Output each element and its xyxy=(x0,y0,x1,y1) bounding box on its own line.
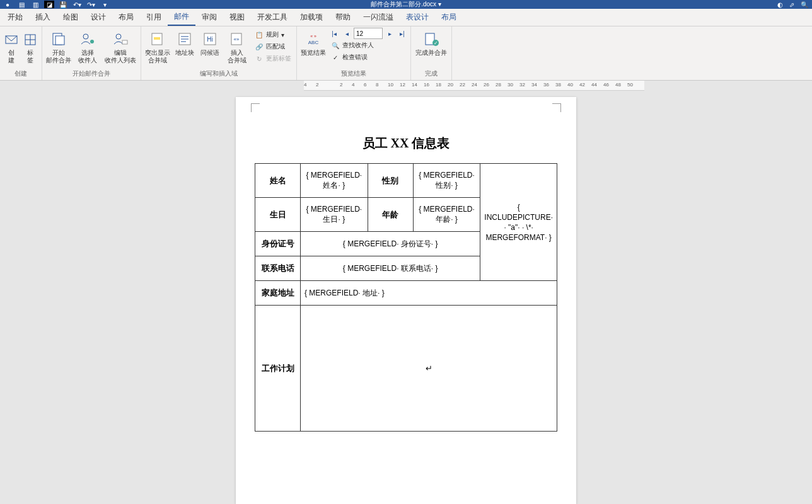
tab-layout[interactable]: 布局 xyxy=(112,9,140,26)
ruler-tick: 36 xyxy=(543,82,549,88)
tab-addins[interactable]: 加载项 xyxy=(294,9,329,26)
match-fields-button[interactable]: 🔗匹配域 xyxy=(252,41,294,52)
ruler-tick: 28 xyxy=(496,82,501,88)
tab-custom[interactable]: 一闪流溢 xyxy=(357,9,400,26)
ruler-tick: 16 xyxy=(424,82,429,88)
edit-recipients-button[interactable]: 编辑收件人列表 xyxy=(103,28,138,64)
tab-developer[interactable]: 开发工具 xyxy=(251,9,294,26)
ruler-tick: 24 xyxy=(472,82,477,88)
ruler-tick: 40 xyxy=(567,82,573,88)
svg-text:Hi: Hi xyxy=(207,36,212,43)
ruler-tick: 32 xyxy=(519,82,525,88)
ruler-tick: 50 xyxy=(627,82,633,88)
window-controls: ◐ ⬀ 🔍 xyxy=(777,1,808,8)
ruler-tick: 46 xyxy=(603,82,609,88)
check-errors-button[interactable]: ✓检查错误 xyxy=(328,52,408,63)
document-title[interactable]: 邮件合并第二部分.docx ▾ xyxy=(371,0,441,9)
record-number-input[interactable] xyxy=(354,28,383,39)
horizontal-ruler[interactable]: 4224681012141618202224262830323436384042… xyxy=(304,81,644,91)
ruler-tick: 10 xyxy=(388,82,393,88)
redo-icon[interactable]: ↷▾ xyxy=(86,1,96,8)
search-icon[interactable]: 🔍 xyxy=(801,1,808,8)
svg-point-7 xyxy=(90,40,94,43)
select-recipients-button[interactable]: 选择收件人 xyxy=(74,28,102,64)
ribbon-options-icon[interactable]: ⬀ xyxy=(789,1,794,8)
qat-icon[interactable]: ◪ xyxy=(44,1,54,8)
svg-rect-9 xyxy=(122,40,127,44)
ruler-tick: 30 xyxy=(508,82,513,88)
undo-icon[interactable]: ↶▾ xyxy=(72,1,82,8)
tab-help[interactable]: 帮助 xyxy=(329,9,357,26)
ruler-tick: 18 xyxy=(436,82,441,88)
svg-rect-11 xyxy=(154,37,160,40)
labels-button[interactable]: 标签 xyxy=(21,28,39,64)
next-record-button[interactable]: ▸ xyxy=(384,28,395,39)
qat-more-icon[interactable]: ▾ xyxy=(100,1,110,8)
greeting-line-button[interactable]: Hi 问候语 xyxy=(198,28,222,57)
tab-review[interactable]: 审阅 xyxy=(195,9,223,26)
prev-record-button[interactable]: ◂ xyxy=(341,28,352,39)
tab-view[interactable]: 视图 xyxy=(223,9,251,26)
svg-point-6 xyxy=(83,34,88,39)
title-bar: ● ▤ ▥ ◪ 💾 ↶▾ ↷▾ ▾ 邮件合并第二部分.docx ▾ ◐ ⬀ 🔍 xyxy=(0,0,812,9)
ruler-tick: 2 xyxy=(316,82,318,88)
first-record-button[interactable]: |◂ xyxy=(328,28,340,39)
ribbon-tabs: 开始 插入 绘图 设计 布局 引用 邮件 审阅 视图 开发工具 加载项 帮助 一… xyxy=(0,9,812,26)
ruler-tick: 12 xyxy=(400,82,405,88)
find-recipient-button[interactable]: 🔍查找收件人 xyxy=(328,40,408,51)
autosave-toggle[interactable]: ● xyxy=(3,1,13,8)
ruler-tick: 4 xyxy=(352,82,354,88)
group-create: 创建 标签 创建 xyxy=(0,26,42,80)
ruler-tick: 34 xyxy=(531,82,537,88)
update-labels-button[interactable]: ↻更新标签 xyxy=(252,53,294,64)
qat-icon[interactable]: ▤ xyxy=(16,1,26,8)
tab-design[interactable]: 设计 xyxy=(84,9,112,26)
start-merge-button[interactable]: 开始邮件合并 xyxy=(45,28,72,64)
svg-point-8 xyxy=(116,34,121,39)
ruler-tick: 44 xyxy=(591,82,597,88)
finish-merge-button[interactable]: ✓ 完成并合并 xyxy=(414,28,449,57)
insert-field-button[interactable]: «» 插入合并域 xyxy=(223,28,251,64)
save-icon[interactable]: 💾 xyxy=(58,1,68,8)
group-preview: « »ABC 预览结果 |◂ ◂ ▸ ▸| 🔍查找收件人 ✓检查错误 预览结果 xyxy=(297,26,411,80)
quick-access-toolbar: ● ▤ ▥ ◪ 💾 ↶▾ ↷▾ ▾ xyxy=(0,1,110,8)
ruler-tick: 26 xyxy=(484,82,489,88)
user-icon[interactable]: ◐ xyxy=(777,1,783,8)
tab-tablelayout[interactable]: 布局 xyxy=(435,9,463,26)
tab-draw[interactable]: 绘图 xyxy=(57,9,84,26)
qat-icon[interactable]: ▥ xyxy=(30,1,40,8)
tab-insert[interactable]: 插入 xyxy=(29,9,57,26)
preview-results-button[interactable]: « »ABC 预览结果 xyxy=(299,28,327,57)
last-record-button[interactable]: ▸| xyxy=(397,28,408,39)
ruler-tick: 14 xyxy=(412,82,417,88)
ruler-tick: 22 xyxy=(460,82,465,88)
address-block-button[interactable]: 地址块 xyxy=(173,28,197,57)
tab-mailings[interactable]: 邮件 xyxy=(168,9,195,26)
ruler-tick: 2 xyxy=(340,82,342,88)
svg-text:«»: «» xyxy=(234,37,240,42)
tab-references[interactable]: 引用 xyxy=(140,9,168,26)
ruler-tick: 20 xyxy=(448,82,453,88)
envelopes-button[interactable]: 创建 xyxy=(3,28,20,64)
group-start-merge: 开始邮件合并 选择收件人 编辑收件人列表 开始邮件合并 xyxy=(42,26,141,80)
ruler-tick: 4 xyxy=(304,82,306,88)
highlight-fields-button[interactable]: 突出显示合并域 xyxy=(144,28,171,64)
tab-home[interactable]: 开始 xyxy=(1,9,29,26)
tab-tabledesign[interactable]: 表设计 xyxy=(400,9,435,26)
ribbon: 创建 标签 创建 开始邮件合并 选择收件人 编辑收件人列表 开始邮件合并 xyxy=(0,26,812,81)
ruler-tick: 8 xyxy=(376,82,378,88)
svg-text:«  »: « » xyxy=(310,34,316,38)
group-write-insert: 突出显示合并域 地址块 Hi 问候语 «» 插入合并域 📋规则 ▾ 🔗匹配域 ↻… xyxy=(141,26,297,80)
svg-rect-5 xyxy=(55,36,64,45)
ruler-tick: 6 xyxy=(364,82,366,88)
svg-text:✓: ✓ xyxy=(434,40,438,46)
ruler-tick: 42 xyxy=(579,82,585,88)
svg-text:ABC: ABC xyxy=(308,40,319,45)
ruler-tick: 38 xyxy=(555,82,561,88)
rules-button[interactable]: 📋规则 ▾ xyxy=(252,29,294,40)
group-finish: ✓ 完成并合并 完成 xyxy=(411,26,452,80)
ruler-tick: 48 xyxy=(615,82,621,88)
